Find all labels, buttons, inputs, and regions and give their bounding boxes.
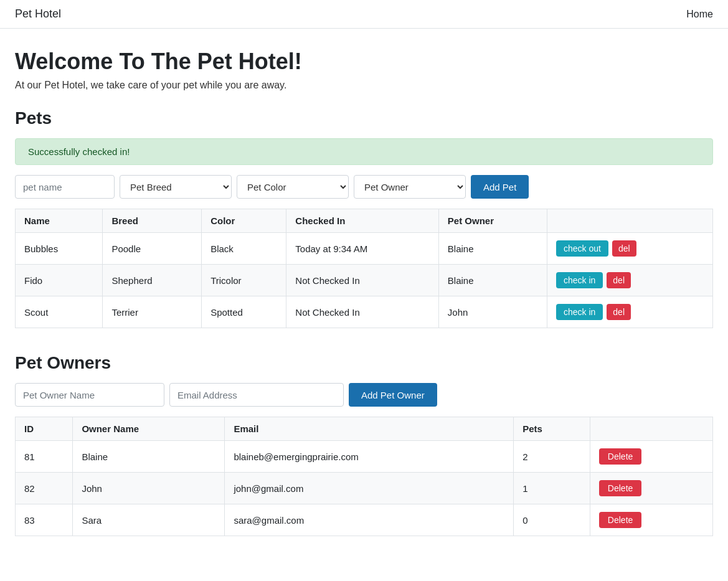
- table-row: Scout Terrier Spotted Not Checked In Joh…: [16, 296, 713, 328]
- checkout-button[interactable]: check out: [556, 240, 608, 257]
- owner-name-input[interactable]: [15, 383, 164, 407]
- col-checked-in: Checked In: [286, 209, 439, 233]
- owner-name-cell: Sara: [73, 504, 225, 536]
- pet-action-cell: check in del: [547, 265, 712, 296]
- page-subtitle: At our Pet Hotel, we take care of your p…: [15, 80, 713, 91]
- add-owner-form: Add Pet Owner: [15, 383, 713, 407]
- pet-owner-select[interactable]: Pet Owner Blaine John Sara: [354, 175, 466, 199]
- main-content: Welcome To The Pet Hotel! At our Pet Hot…: [0, 29, 728, 556]
- pet-checkedin-cell: Not Checked In: [286, 296, 439, 328]
- del-button[interactable]: del: [607, 272, 631, 288]
- pet-color-cell: Tricolor: [202, 265, 286, 296]
- delete-owner-button[interactable]: Delete: [599, 512, 641, 528]
- table-row: 83 Sara sara@gmail.com 0 Delete: [16, 504, 713, 536]
- pet-color-cell: Black: [202, 233, 286, 265]
- pet-checkedin-cell: Not Checked In: [286, 265, 439, 296]
- owner-id-cell: 83: [16, 504, 73, 536]
- owner-pets-cell: 0: [514, 504, 590, 536]
- pet-color-cell: Spotted: [202, 296, 286, 328]
- col-pets-count: Pets: [514, 417, 590, 441]
- col-owner-name: Owner Name: [73, 417, 225, 441]
- owners-table-head: ID Owner Name Email Pets: [16, 417, 713, 441]
- table-row: Bubbles Poodle Black Today at 9:34 AM Bl…: [16, 233, 713, 265]
- pets-table-body: Bubbles Poodle Black Today at 9:34 AM Bl…: [16, 233, 713, 328]
- navbar: Pet Hotel Home: [0, 0, 728, 29]
- page-title: Welcome To The Pet Hotel!: [15, 49, 713, 75]
- home-link[interactable]: Home: [686, 9, 713, 20]
- table-row: 81 Blaine blaineb@emergingprairie.com 2 …: [16, 441, 713, 473]
- owners-heading: Pet Owners: [15, 353, 713, 373]
- pets-table: Name Breed Color Checked In Pet Owner Bu…: [15, 209, 713, 328]
- col-color: Color: [202, 209, 286, 233]
- pet-name-cell: Bubbles: [16, 233, 103, 265]
- add-owner-button[interactable]: Add Pet Owner: [349, 383, 437, 407]
- pet-name-input[interactable]: [15, 175, 115, 199]
- del-button[interactable]: del: [607, 304, 631, 320]
- checkin-button[interactable]: check in: [556, 272, 603, 288]
- col-email: Email: [225, 417, 514, 441]
- owner-action-cell: Delete: [590, 441, 712, 473]
- owner-action-cell: Delete: [590, 473, 712, 504]
- table-row: Fido Shepherd Tricolor Not Checked In Bl…: [16, 265, 713, 296]
- pet-name-cell: Scout: [16, 296, 103, 328]
- pet-color-select[interactable]: Pet Color Black White Brown Spotted Tric…: [237, 175, 349, 199]
- success-alert: Successfully checked in!: [15, 138, 713, 165]
- pet-breed-cell: Terrier: [103, 296, 202, 328]
- pets-table-head: Name Breed Color Checked In Pet Owner: [16, 209, 713, 233]
- col-actions: [547, 209, 712, 233]
- owners-table-body: 81 Blaine blaineb@emergingprairie.com 2 …: [16, 441, 713, 536]
- owner-email-cell: sara@gmail.com: [225, 504, 514, 536]
- pet-name-cell: Fido: [16, 265, 103, 296]
- owner-email-cell: john@gmail.com: [225, 473, 514, 504]
- pets-heading: Pets: [15, 108, 713, 128]
- add-pet-form: Pet Breed Poodle Shepherd Terrier Labrad…: [15, 175, 713, 199]
- owner-action-cell: Delete: [590, 504, 712, 536]
- pet-checkedin-cell: Today at 9:34 AM: [286, 233, 439, 265]
- pets-section: Pets Successfully checked in! Pet Breed …: [15, 108, 713, 328]
- pet-owner-cell: John: [438, 296, 547, 328]
- owner-pets-cell: 2: [514, 441, 590, 473]
- pet-breed-cell: Poodle: [103, 233, 202, 265]
- owner-email-cell: blaineb@emergingprairie.com: [225, 441, 514, 473]
- add-pet-button[interactable]: Add Pet: [471, 175, 529, 199]
- col-breed: Breed: [103, 209, 202, 233]
- pet-action-cell: check out del: [547, 233, 712, 265]
- brand-title: Pet Hotel: [15, 7, 61, 21]
- table-row: 82 John john@gmail.com 1 Delete: [16, 473, 713, 504]
- pet-owner-cell: Blaine: [438, 233, 547, 265]
- owner-name-cell: John: [73, 473, 225, 504]
- delete-owner-button[interactable]: Delete: [599, 480, 641, 496]
- owner-id-cell: 82: [16, 473, 73, 504]
- col-pet-owner: Pet Owner: [438, 209, 547, 233]
- del-button[interactable]: del: [612, 240, 636, 257]
- pet-owner-cell: Blaine: [438, 265, 547, 296]
- delete-owner-button[interactable]: Delete: [599, 448, 641, 465]
- owner-email-input[interactable]: [169, 383, 344, 407]
- checkin-button[interactable]: check in: [556, 304, 603, 320]
- col-owner-actions: [590, 417, 712, 441]
- owner-id-cell: 81: [16, 441, 73, 473]
- owners-table: ID Owner Name Email Pets 81 Blaine blain…: [15, 417, 713, 536]
- pet-breed-cell: Shepherd: [103, 265, 202, 296]
- col-name: Name: [16, 209, 103, 233]
- pet-owners-section: Pet Owners Add Pet Owner ID Owner Name E…: [15, 353, 713, 536]
- owner-pets-cell: 1: [514, 473, 590, 504]
- pet-action-cell: check in del: [547, 296, 712, 328]
- col-id: ID: [16, 417, 73, 441]
- owner-name-cell: Blaine: [73, 441, 225, 473]
- pet-breed-select[interactable]: Pet Breed Poodle Shepherd Terrier Labrad…: [120, 175, 232, 199]
